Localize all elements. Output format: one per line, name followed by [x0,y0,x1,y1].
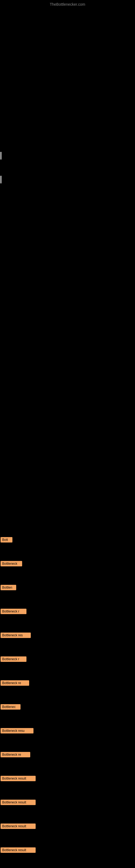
bottleneck-result-label: Bottleneck result [1,776,36,781]
bottleneck-result-label: Bottleneck re [1,680,29,686]
bottleneck-result-label: Bottleneck res [1,632,31,638]
cursor-line-1 [1,152,1,159]
bottleneck-result-label: Bottleneck [1,561,22,566]
bottleneck-result-label: Bottleneck r [1,609,27,614]
bottleneck-result-label: Bottleneck result [1,800,36,805]
bottleneck-result-label: Bottleneck re [1,752,30,757]
site-title: TheBottlenecker.com [50,2,85,6]
cursor-line-2 [1,176,1,183]
bottleneck-result-label: Bottlen [1,585,16,590]
bottleneck-result-label: Bott [1,537,12,542]
bottleneck-result-label: Bottleneck resu [1,728,34,734]
bottleneck-result-label: Bottleneck result [1,824,36,829]
bottleneck-result-label: Bottleneck result [1,847,36,853]
bottleneck-result-label: Bottleneck r [1,656,27,662]
bottleneck-result-label: Bottlenec [1,704,20,710]
